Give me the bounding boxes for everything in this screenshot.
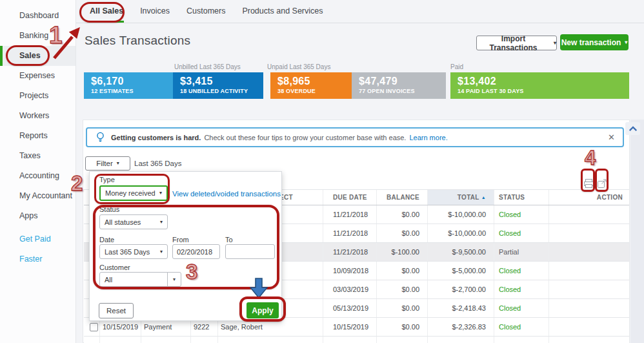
sidebar-item-taxes[interactable]: Taxes: [0, 146, 75, 166]
caret-down-icon: ▾: [117, 161, 119, 166]
column-header-status[interactable]: STATUS: [494, 190, 548, 205]
lightbulb-icon: [96, 132, 105, 143]
cell-due-date: 11/21/2018: [323, 224, 376, 242]
column-header-due-date[interactable]: DUE DATE: [323, 190, 376, 205]
cell-balance: $0.00: [376, 224, 427, 242]
card-amount: $3,415: [180, 76, 263, 87]
cell-total: $-10,000.00: [427, 205, 494, 223]
print-icon[interactable]: [583, 178, 594, 189]
sidebar-item-reports[interactable]: Reports: [0, 126, 75, 146]
card-amount: $47,479: [359, 76, 446, 87]
cell-total: $-2,326.83: [427, 318, 494, 336]
import-transactions-button[interactable]: Import Transactions ▾: [476, 36, 557, 50]
tab-bar: All Sales Invoices Customers Products an…: [76, 0, 644, 23]
scrollbar-track[interactable]: [630, 120, 644, 343]
money-bar-group-label-unpaid: Unpaid Last 365 Days: [267, 63, 330, 70]
new-transaction-label: New transaction: [561, 38, 621, 47]
type-label: Type: [99, 176, 115, 183]
sidebar-item-sales[interactable]: Sales: [0, 46, 75, 66]
caret-down-icon: ▾: [160, 220, 163, 225]
cell-action: [548, 318, 629, 336]
cell-status: Partial: [494, 243, 548, 261]
sidebar-item-dashboard[interactable]: Dashboard: [0, 6, 75, 26]
date-dropdown-value: Last 365 Days: [105, 248, 150, 256]
total-header-label: TOTAL: [458, 194, 479, 201]
status-dropdown-value: All statuses: [105, 218, 141, 226]
cell-status: Closed: [494, 318, 548, 336]
cell-action: [548, 299, 629, 317]
customer-dropdown-caret-button[interactable]: ▾: [167, 272, 181, 287]
sidebar-item-apps[interactable]: Apps: [0, 206, 75, 226]
column-header-action[interactable]: ACTION: [548, 190, 629, 205]
sidebar-item-projects[interactable]: Projects: [0, 86, 75, 106]
caret-down-icon: ▾: [159, 191, 162, 196]
banner-text: Check out these four tips to grow your c…: [204, 134, 406, 141]
tab-all-sales[interactable]: All Sales: [89, 0, 124, 23]
card-amount: $13,402: [458, 76, 629, 87]
table-row-empty: [84, 337, 629, 343]
tab-invoices[interactable]: Invoices: [139, 0, 170, 23]
tab-customers[interactable]: Customers: [186, 0, 226, 23]
from-date-input[interactable]: [172, 244, 220, 259]
status-dropdown[interactable]: All statuses ▾: [99, 214, 168, 229]
row-checkbox[interactable]: [90, 323, 98, 331]
cell-action: [548, 262, 629, 280]
import-transactions-label: Import Transactions: [477, 34, 550, 52]
apply-button[interactable]: Apply: [247, 302, 279, 318]
cell-status: Closed: [494, 280, 548, 298]
money-bar-card-open-invoices[interactable]: $47,479 77 OPEN INVOICES: [352, 72, 446, 99]
cell-due-date: 10/15/2019: [323, 318, 376, 336]
caret-down-icon: ▾: [554, 41, 556, 46]
cell-action: [548, 224, 629, 242]
cell-action: [548, 205, 629, 223]
cell-total: $-9,500.00: [427, 243, 494, 261]
money-bar-card-unbilled-activity[interactable]: $3,415 18 UNBILLED ACTIVITY: [173, 72, 263, 99]
cell-status: Closed: [494, 224, 548, 242]
reset-button[interactable]: Reset: [99, 303, 134, 318]
card-caption: 38 OVERDUE: [277, 88, 352, 94]
new-transaction-button[interactable]: New transaction ▾: [560, 34, 629, 50]
cell-balance: $0.00: [376, 318, 427, 336]
filter-button[interactable]: Filter ▾: [85, 156, 130, 171]
tab-products-and-services[interactable]: Products and Services: [241, 0, 323, 23]
close-icon[interactable]: ✕: [608, 132, 615, 142]
money-bar-card-paid[interactable]: $13,402 14 PAID LAST 30 DAYS: [450, 72, 629, 99]
cell-due-date: 05/13/2019: [323, 299, 376, 317]
sidebar-item-workers[interactable]: Workers: [0, 106, 75, 126]
banner-learn-more-link[interactable]: Learn more.: [409, 134, 447, 141]
cell-due-date: 03/03/2019: [323, 280, 376, 298]
sidebar-item-banking[interactable]: Banking: [0, 26, 75, 46]
sidebar-item-expenses[interactable]: Expenses: [0, 66, 75, 86]
chevron-up-icon: [629, 126, 638, 132]
export-icon[interactable]: [597, 178, 607, 189]
cell-total: $-2,700.00: [427, 280, 494, 298]
card-caption: 14 PAID LAST 30 DAYS: [458, 88, 629, 94]
customer-dropdown-value: All: [105, 276, 112, 284]
money-bar-card-overdue[interactable]: $8,965 38 OVERDUE: [270, 72, 352, 99]
filter-button-label: Filter: [96, 160, 113, 167]
sidebar-item-get-paid-faster[interactable]: Get Paid Faster: [0, 229, 75, 249]
cell-total: $-10,000.00: [427, 224, 494, 242]
collapse-money-bar-button[interactable]: [625, 122, 640, 135]
cell-status: Closed: [494, 262, 548, 280]
status-label: Status: [99, 205, 119, 213]
sidebar-item-my-accountant[interactable]: My Accountant: [0, 186, 75, 206]
date-dropdown[interactable]: Last 365 Days ▾: [99, 244, 168, 259]
card-caption: 12 ESTIMATES: [91, 88, 173, 94]
cell-status: Closed: [494, 299, 548, 317]
cell-balance: $0.00: [376, 262, 427, 280]
column-header-balance[interactable]: BALANCE: [376, 190, 427, 205]
view-deleted-voided-link[interactable]: View deleted/voided transactions: [172, 190, 281, 198]
cell-due-date: 11/21/2018: [323, 243, 376, 261]
column-header-total-sorted[interactable]: TOTAL ▲: [427, 190, 494, 205]
date-label: Date: [99, 236, 114, 244]
sidebar-item-accounting[interactable]: Accounting: [0, 166, 75, 186]
customer-dropdown[interactable]: All: [99, 272, 168, 287]
cell-due-date: 11/21/2018: [323, 205, 376, 223]
type-dropdown[interactable]: Money received ▾: [99, 185, 168, 201]
to-date-input[interactable]: [225, 244, 275, 259]
filter-panel: Type Money received ▾ View deleted/voide…: [89, 171, 282, 321]
cell-total: $-5,000.00: [427, 262, 494, 280]
money-bar-card-estimates[interactable]: $6,170 12 ESTIMATES: [84, 72, 173, 99]
card-caption: 18 UNBILLED ACTIVITY: [180, 88, 263, 94]
